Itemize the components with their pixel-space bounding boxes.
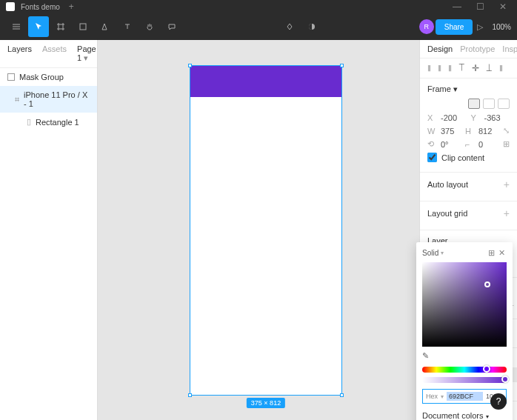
- tab-design[interactable]: Design: [427, 44, 453, 53]
- align-top-icon[interactable]: ⟙: [458, 63, 465, 73]
- add-grid-button[interactable]: +: [504, 207, 510, 219]
- new-tab-button[interactable]: +: [69, 1, 74, 12]
- x-input[interactable]: -200: [441, 113, 467, 122]
- move-tool[interactable]: [28, 16, 49, 37]
- hex-input[interactable]: 692BCF: [447, 392, 483, 401]
- frame-header-rect[interactable]: [190, 66, 341, 97]
- resize-fit-button[interactable]: [498, 99, 510, 109]
- zoom-level[interactable]: 100%: [492, 23, 511, 31]
- h-input[interactable]: 812: [478, 127, 498, 136]
- close-button[interactable]: ✕: [495, 1, 511, 12]
- resize-handle[interactable]: [188, 64, 192, 67]
- radius-input[interactable]: 0: [478, 140, 498, 149]
- tab-inspect[interactable]: Inspect: [502, 44, 517, 53]
- hue-slider[interactable]: [422, 367, 507, 373]
- corners-icon[interactable]: ⊞: [503, 139, 510, 149]
- tab-assets[interactable]: Assets: [42, 44, 67, 63]
- text-tool[interactable]: [117, 16, 138, 37]
- share-button[interactable]: Share: [436, 19, 473, 35]
- avatar[interactable]: R: [419, 19, 434, 34]
- titlebar: Fonts demo + — ☐ ✕: [0, 0, 517, 13]
- layoutgrid-label: Layout grid: [427, 209, 467, 218]
- close-picker-button[interactable]: ✕: [496, 248, 507, 258]
- toolbar: R Share ▷ 100%: [0, 13, 517, 40]
- sv-cursor[interactable]: [484, 281, 490, 287]
- present-button[interactable]: ▷: [477, 22, 483, 32]
- mask-icon[interactable]: [301, 16, 322, 37]
- frame-tool[interactable]: [50, 16, 71, 37]
- fill-mode[interactable]: Solid: [422, 249, 438, 257]
- menu-button[interactable]: [6, 16, 27, 37]
- clip-checkbox[interactable]: [427, 153, 437, 162]
- minimize-button[interactable]: —: [448, 1, 466, 12]
- link-icon[interactable]: ⤡: [503, 126, 510, 136]
- align-hcenter-icon[interactable]: ⦀: [438, 63, 441, 73]
- align-bottom-icon[interactable]: ⟘: [486, 63, 493, 73]
- align-vcenter-icon[interactable]: ✛: [472, 63, 479, 73]
- left-panel: Layers Assets Page 1 ▾ Mask Group ⌗iPhon…: [0, 40, 98, 420]
- eyedropper-icon[interactable]: ✎: [422, 351, 429, 361]
- chevron-down-icon: ▾: [441, 250, 444, 256]
- dimensions-badge: 375 × 812: [247, 398, 285, 408]
- landscape-button[interactable]: [483, 99, 495, 109]
- help-button[interactable]: ?: [490, 393, 507, 410]
- add-autolayout-button[interactable]: +: [504, 179, 510, 190]
- autolayout-label: Auto layout: [427, 180, 468, 189]
- rotation-input[interactable]: 0°: [441, 140, 461, 149]
- layer-iphone-frame[interactable]: ⌗iPhone 11 Pro / X - 1: [0, 86, 97, 113]
- file-title: Fonts demo: [21, 3, 60, 11]
- resize-handle[interactable]: [188, 393, 192, 397]
- component-icon[interactable]: [279, 16, 300, 37]
- tab-layers[interactable]: Layers: [7, 44, 32, 63]
- hex-label: Hex: [426, 393, 438, 400]
- y-input[interactable]: -363: [484, 113, 510, 122]
- maximize-button[interactable]: ☐: [472, 1, 489, 12]
- svg-rect-0: [80, 24, 86, 30]
- selected-frame[interactable]: 375 × 812: [190, 65, 342, 396]
- pen-tool[interactable]: [95, 16, 116, 37]
- align-left-icon[interactable]: ⦀: [427, 63, 431, 73]
- alpha-slider[interactable]: [422, 377, 507, 383]
- hand-tool[interactable]: [139, 16, 160, 37]
- figma-logo-icon[interactable]: [6, 2, 15, 11]
- layer-rectangle[interactable]: ▯Rectangle 1: [0, 113, 97, 131]
- layer-mask-group[interactable]: Mask Group: [0, 68, 97, 86]
- hue-knob[interactable]: [483, 365, 490, 373]
- tab-prototype[interactable]: Prototype: [460, 44, 495, 53]
- distribute-icon[interactable]: ⦀: [499, 63, 503, 73]
- w-input[interactable]: 375: [441, 127, 461, 136]
- shape-tool[interactable]: [73, 16, 93, 37]
- doc-colors-label: Document colors ▾: [422, 411, 507, 420]
- alpha-knob[interactable]: [501, 376, 509, 383]
- page-selector[interactable]: Page 1 ▾: [77, 44, 96, 63]
- comment-tool[interactable]: [161, 16, 182, 37]
- resize-handle[interactable]: [340, 64, 344, 67]
- resize-handle[interactable]: [340, 393, 344, 397]
- align-right-icon[interactable]: ⦀: [448, 63, 452, 73]
- canvas[interactable]: 375 × 812 Solid ▾ ⊞ ✕ ✎ Hex▾ 692BCF 100%: [98, 40, 419, 420]
- portrait-button[interactable]: [468, 99, 480, 109]
- align-row: ⦀ ⦀ ⦀ ⟙ ✛ ⟘ ⦀: [420, 59, 517, 79]
- styles-button[interactable]: ⊞: [486, 248, 496, 258]
- saturation-value-field[interactable]: [422, 262, 507, 347]
